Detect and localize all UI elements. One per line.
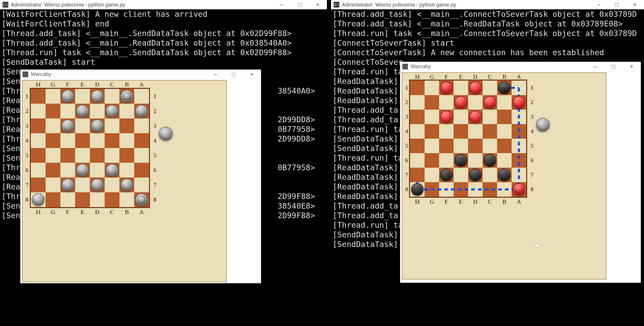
board-square[interactable] (425, 124, 439, 139)
red-piece[interactable] (469, 111, 482, 123)
gray-piece[interactable] (91, 119, 104, 132)
board-square[interactable] (75, 178, 90, 192)
board-square[interactable] (483, 124, 497, 139)
close-button[interactable]: × (622, 62, 641, 71)
gray-piece[interactable] (91, 90, 104, 103)
board-square[interactable] (483, 139, 497, 153)
board-square[interactable] (134, 89, 149, 104)
board-square[interactable] (31, 163, 46, 178)
board-square[interactable] (105, 178, 119, 192)
board-square[interactable] (75, 118, 90, 133)
gray-piece[interactable] (61, 90, 74, 103)
board-square[interactable] (60, 104, 75, 118)
gray-piece[interactable] (120, 179, 133, 191)
board-square[interactable] (134, 133, 149, 148)
board-square[interactable] (454, 110, 468, 124)
board-square[interactable] (46, 148, 60, 163)
board-square[interactable] (105, 133, 119, 148)
board-square[interactable] (483, 81, 497, 95)
board-square[interactable] (31, 133, 46, 148)
black-piece[interactable] (411, 183, 424, 196)
board-square[interactable] (75, 148, 90, 163)
board-square[interactable] (425, 139, 439, 153)
gray-piece[interactable] (32, 193, 45, 206)
maximize-button[interactable]: □ (225, 70, 243, 79)
board-square[interactable] (46, 192, 60, 207)
board-square[interactable] (454, 81, 468, 95)
board-square[interactable] (425, 81, 439, 95)
board-square[interactable] (90, 133, 105, 148)
board-square[interactable] (60, 163, 75, 178)
board-square[interactable] (410, 168, 425, 182)
gray-piece[interactable] (76, 105, 89, 117)
board-square[interactable] (410, 139, 425, 153)
close-button[interactable]: × (626, 0, 644, 9)
board-square[interactable] (439, 153, 454, 168)
board-square[interactable] (105, 148, 119, 163)
left-game-window[interactable]: Warcaby – □ × HHGGFFEEDDCCBBAA1122334455… (20, 69, 261, 283)
close-button[interactable]: × (309, 0, 327, 9)
board-square[interactable] (439, 124, 454, 139)
board-square[interactable] (90, 192, 105, 207)
board-square[interactable] (46, 89, 60, 104)
red-piece[interactable] (440, 111, 453, 123)
board-square[interactable] (410, 95, 425, 110)
board-square[interactable] (46, 133, 60, 148)
gray-piece[interactable] (61, 179, 74, 191)
board-square[interactable] (454, 124, 468, 139)
board-square[interactable] (46, 163, 60, 178)
board-square[interactable] (119, 163, 134, 178)
right-game-window[interactable]: Warcaby – □ × HHGGFFEEDDCCBBAA1122334455… (400, 62, 641, 282)
board-square[interactable] (454, 139, 468, 153)
board-square[interactable] (31, 148, 46, 163)
board-square[interactable] (60, 133, 75, 148)
board-square[interactable] (483, 110, 497, 124)
board-square[interactable] (425, 95, 439, 110)
red-piece[interactable] (484, 96, 496, 109)
red-piece[interactable] (469, 82, 482, 94)
board-square[interactable] (425, 168, 439, 182)
red-piece[interactable] (513, 96, 525, 109)
board-square[interactable] (425, 153, 439, 168)
maximize-button[interactable]: □ (604, 62, 622, 71)
board-square[interactable] (75, 133, 90, 148)
red-piece[interactable] (440, 82, 453, 94)
board-square[interactable] (119, 133, 134, 148)
board-square[interactable] (90, 163, 105, 178)
board-square[interactable] (497, 95, 512, 110)
board-square[interactable] (119, 148, 134, 163)
board-square[interactable] (75, 89, 90, 104)
board-square[interactable] (119, 104, 134, 118)
board-square[interactable] (46, 118, 60, 133)
board-square[interactable] (75, 192, 90, 207)
board-square[interactable] (439, 95, 454, 110)
board-square[interactable] (90, 104, 105, 118)
board-square[interactable] (468, 139, 483, 153)
board-square[interactable] (31, 104, 46, 118)
board-square[interactable] (468, 124, 483, 139)
board-square[interactable] (497, 153, 512, 168)
maximize-button[interactable]: □ (291, 0, 309, 9)
minimize-button[interactable]: – (206, 70, 225, 79)
black-piece[interactable] (484, 154, 496, 167)
board-square[interactable] (31, 118, 46, 133)
black-piece[interactable] (498, 169, 511, 181)
gray-piece[interactable] (61, 119, 74, 132)
gray-piece[interactable] (91, 179, 104, 191)
board-square[interactable] (134, 148, 149, 163)
black-piece[interactable] (455, 154, 467, 167)
right-terminal-titlebar[interactable]: C:\ Administrator: Wiersz polecenia - py… (331, 0, 644, 9)
board-square[interactable] (497, 124, 512, 139)
board-square[interactable] (60, 148, 75, 163)
gray-piece[interactable] (106, 164, 118, 176)
board-square[interactable] (60, 192, 75, 207)
board-square[interactable] (410, 153, 425, 168)
board-square[interactable] (105, 118, 119, 133)
board-square[interactable] (46, 178, 60, 192)
gray-piece-king[interactable] (120, 90, 133, 103)
board-square[interactable] (454, 168, 468, 182)
board-square[interactable] (425, 110, 439, 124)
board-square[interactable] (410, 124, 425, 139)
red-piece-king[interactable] (513, 183, 525, 196)
board-square[interactable] (410, 81, 425, 95)
